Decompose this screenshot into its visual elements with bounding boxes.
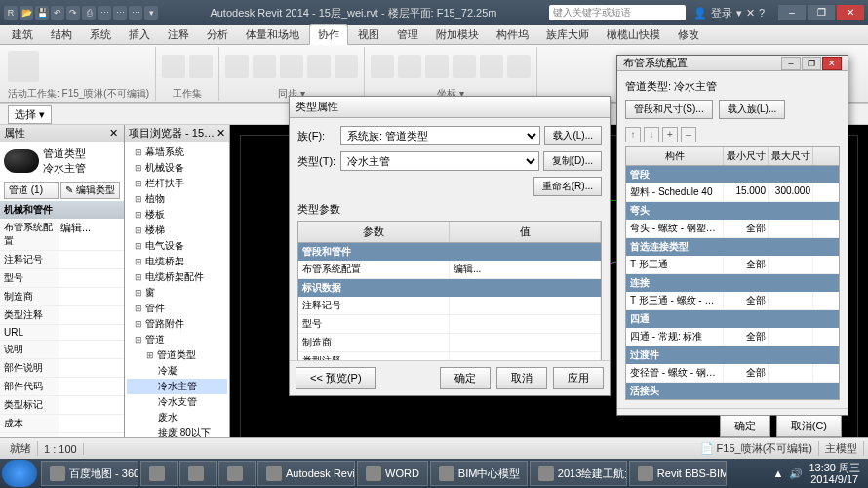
tab-zuku[interactable]: 族库大师 xyxy=(538,25,597,44)
min-size[interactable]: 全部 xyxy=(724,328,769,346)
dialog-title[interactable]: 布管系统配置 – ❐ ✕ xyxy=(617,56,848,71)
property-row[interactable]: 型号 xyxy=(0,269,124,288)
property-value[interactable] xyxy=(59,288,124,305)
property-row[interactable]: 说明 xyxy=(0,341,124,359)
param-value[interactable] xyxy=(450,334,601,351)
reconcile-icon[interactable] xyxy=(480,55,503,78)
property-value[interactable] xyxy=(59,415,124,432)
component-name[interactable]: 变径管 - 螺纹 - 钢塑复合: 标准 xyxy=(626,364,724,382)
copy-icon[interactable] xyxy=(398,55,421,78)
tab-analyze[interactable]: 分析 xyxy=(199,25,236,44)
component-name[interactable]: 弯头 - 螺纹 - 钢塑复合: 标准 xyxy=(626,220,724,237)
tab-view[interactable]: 视图 xyxy=(350,25,387,44)
system-tray[interactable]: ▲ 🔊 13:30 周三 2014/9/17 xyxy=(768,462,866,485)
tree-node[interactable]: 电缆桥架配件 xyxy=(127,269,227,285)
tree-node[interactable]: 管件 xyxy=(127,301,227,316)
maximize-button[interactable]: ❐ xyxy=(802,57,821,70)
max-size[interactable]: 300.000 xyxy=(769,183,813,201)
property-value[interactable] xyxy=(59,306,124,324)
param-row[interactable]: 注释记号 xyxy=(298,297,601,315)
taskbar-app[interactable]: BIM中心模型 xyxy=(430,461,528,486)
interference-icon[interactable] xyxy=(507,55,531,78)
tree-node[interactable]: 栏杆扶手 xyxy=(127,176,227,191)
property-row[interactable]: 部件代码 xyxy=(0,378,124,396)
max-size[interactable] xyxy=(769,292,813,309)
instance-filter[interactable]: 管道 (1) xyxy=(4,182,59,199)
login-area[interactable]: 👤 登录 ▾ ✕ ? xyxy=(693,6,765,20)
add-icon[interactable]: + xyxy=(662,127,678,142)
param-value[interactable] xyxy=(450,352,601,360)
property-value[interactable] xyxy=(59,251,124,268)
app-menu-icon[interactable]: R xyxy=(4,6,18,20)
edit-request-icon[interactable] xyxy=(8,51,39,82)
tab-modify[interactable]: 修改 xyxy=(670,25,707,44)
minimize-button[interactable]: – xyxy=(778,5,806,20)
tree-node[interactable]: 幕墙系统 xyxy=(127,144,227,160)
taskbar-app[interactable]: WORD xyxy=(357,461,428,486)
qat-icon[interactable]: ⋯ xyxy=(98,6,111,20)
tray-icon[interactable]: 🔊 xyxy=(789,468,803,480)
history-icon[interactable] xyxy=(307,55,331,78)
tree-node[interactable]: 管道 xyxy=(127,332,227,347)
type-select[interactable]: 冷水主管 xyxy=(340,151,539,171)
segment-size-button[interactable]: 管段和尺寸(S)... xyxy=(625,100,713,119)
zoom-scale[interactable]: 1 : 100 xyxy=(38,443,84,455)
tree-node[interactable]: 电缆桥架 xyxy=(127,254,227,269)
maximize-button[interactable]: ❐ xyxy=(808,5,835,20)
max-size[interactable] xyxy=(769,364,813,382)
duplicate-button[interactable]: 复制(D)... xyxy=(543,151,602,171)
reload-icon[interactable] xyxy=(253,55,276,78)
property-row[interactable]: 布管系统配置编辑... xyxy=(0,219,124,251)
taskbar-app[interactable] xyxy=(218,461,256,486)
property-value[interactable] xyxy=(59,269,124,287)
property-row[interactable]: 类型注释 xyxy=(0,306,124,325)
move-down-icon[interactable]: ↓ xyxy=(644,127,659,142)
undo-icon[interactable]: ↶ xyxy=(51,6,64,20)
view-tab[interactable]: 📄 F15_喷淋(不可编辑) xyxy=(694,441,819,456)
relinquish-icon[interactable] xyxy=(280,55,303,78)
param-value[interactable] xyxy=(450,297,601,314)
open-icon[interactable]: 📂 xyxy=(20,6,33,20)
help-icon[interactable]: ? xyxy=(759,7,765,19)
preview-button[interactable]: << 预览(P) xyxy=(296,367,376,389)
tab-manage[interactable]: 管理 xyxy=(389,25,426,44)
routing-row[interactable]: 变径管 - 螺纹 - 钢塑复合: 标准全部 xyxy=(626,364,839,383)
param-row[interactable]: 制造商 xyxy=(298,334,601,352)
param-value[interactable]: 编辑... xyxy=(450,261,601,278)
sync-icon[interactable] xyxy=(225,55,249,78)
property-row[interactable]: 类型标记 xyxy=(0,396,124,415)
tab-architecture[interactable]: 建筑 xyxy=(4,25,41,44)
property-row[interactable]: 注释记号 xyxy=(0,251,124,269)
workset-indicator[interactable]: 主模型 xyxy=(819,441,864,456)
param-row[interactable]: 型号 xyxy=(298,315,601,334)
minimize-button[interactable]: – xyxy=(781,57,801,70)
property-value[interactable] xyxy=(59,378,124,395)
tab-systems[interactable]: 系统 xyxy=(82,25,119,44)
tab-insert[interactable]: 插入 xyxy=(121,25,158,44)
taskbar-app[interactable]: Revit BBS-BIM... xyxy=(629,461,727,486)
tree-node[interactable]: 管路附件 xyxy=(127,316,227,332)
close-button[interactable]: ✕ xyxy=(822,57,842,70)
tree-node[interactable]: 冷凝 xyxy=(127,363,227,379)
param-row[interactable]: 类型注释 xyxy=(298,352,601,360)
cancel-button[interactable]: 取消(C) xyxy=(776,415,842,437)
close-icon[interactable]: ✕ xyxy=(106,127,120,140)
tree-node[interactable]: 楼梯 xyxy=(127,223,227,238)
component-name[interactable]: T 形三通 - 螺纹 - 钢塑复合: 标准 xyxy=(626,292,724,309)
min-size[interactable]: 全部 xyxy=(724,364,769,382)
max-size[interactable] xyxy=(769,256,813,273)
cancel-button[interactable]: 取消 xyxy=(496,367,547,389)
routing-row[interactable]: 弯头 - 螺纹 - 钢塑复合: 标准全部 xyxy=(626,220,839,238)
ok-button[interactable]: 确定 xyxy=(720,415,770,437)
tree-node[interactable]: 窗 xyxy=(127,285,227,301)
dialog-title[interactable]: 类型属性 xyxy=(290,97,610,118)
routing-row[interactable]: 塑料 - Schedule 4015.000300.000 xyxy=(626,183,839,202)
close-button[interactable]: ✕ xyxy=(837,5,864,20)
routing-row[interactable]: T 形三通全部 xyxy=(626,256,839,274)
type-selector[interactable]: 管道类型 冷水主管 xyxy=(0,142,124,180)
qat-icon[interactable]: ⋯ xyxy=(129,6,142,20)
component-name[interactable]: 塑料 - Schedule 40 xyxy=(626,183,724,201)
param-row[interactable]: 布管系统配置编辑... xyxy=(298,261,601,279)
worksets-icon[interactable] xyxy=(162,55,185,78)
edit-type-button[interactable]: ✎ 编辑类型 xyxy=(60,182,120,199)
